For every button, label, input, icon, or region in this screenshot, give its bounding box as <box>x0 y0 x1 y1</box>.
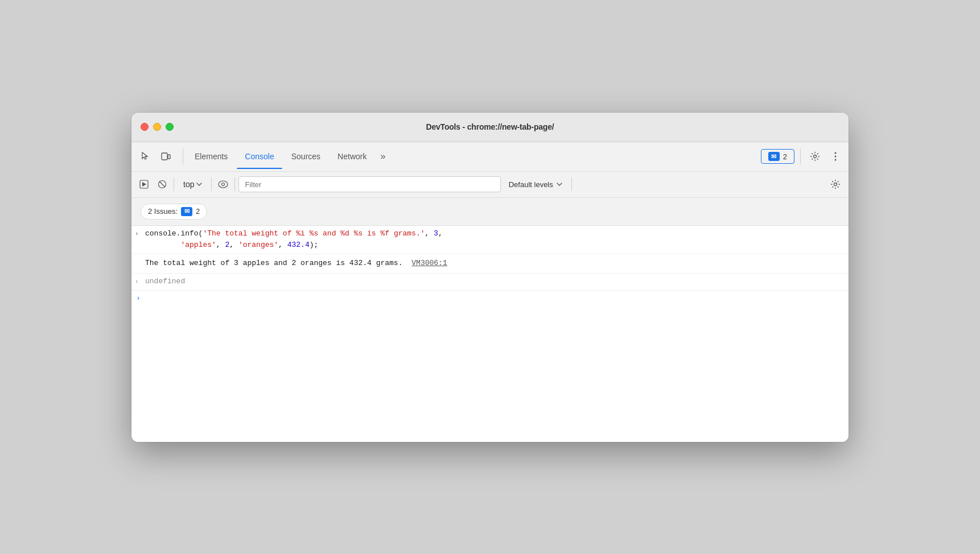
console-prompt: › <box>136 294 141 303</box>
code-comma-1: , <box>425 229 434 238</box>
issues-chip-count: 2 <box>196 207 200 216</box>
code-num-3: 3 <box>434 229 438 238</box>
title-bar: DevTools - chrome://new-tab-page/ <box>131 113 849 142</box>
entry-1-content: console.info('The total weight of %i %s … <box>143 228 844 252</box>
console-toolbar-divider-3 <box>234 177 235 191</box>
issues-count-label: 2 <box>783 152 787 161</box>
console-input[interactable] <box>144 294 844 303</box>
vm-link[interactable]: VM3006:1 <box>411 259 447 267</box>
run-script-button[interactable] <box>136 176 152 192</box>
issues-icon: ✉ <box>181 207 192 216</box>
console-settings-button[interactable] <box>827 176 844 193</box>
tab-network[interactable]: Network <box>330 148 374 164</box>
code-comma-3: , <box>216 241 225 249</box>
issues-button[interactable]: ✉ 2 <box>761 149 794 164</box>
settings-button[interactable] <box>806 148 823 165</box>
code-console-info: console.info( <box>145 229 203 238</box>
svg-point-3 <box>835 152 837 154</box>
entry-3-undefined: undefined <box>145 277 185 286</box>
gear-icon <box>810 151 820 162</box>
entry-3-content: undefined <box>143 276 844 288</box>
tab-elements[interactable]: Elements <box>187 148 236 164</box>
code-num-432: 432.4 <box>287 241 310 249</box>
svg-line-9 <box>159 181 165 187</box>
entry-3-arrow: ‹ <box>131 276 143 287</box>
maximize-button[interactable] <box>166 123 174 131</box>
tab-tools <box>136 147 175 166</box>
entry-1-line-2: 'apples', 2, 'oranges', 432.4); <box>145 239 844 251</box>
context-label: top <box>183 180 194 189</box>
more-options-button[interactable] <box>827 148 844 165</box>
window-title: DevTools - chrome://new-tab-page/ <box>426 122 554 131</box>
traffic-lights <box>141 123 174 131</box>
code-indent <box>145 241 180 249</box>
code-close: ); <box>310 241 319 249</box>
svg-rect-1 <box>168 155 170 159</box>
inspect-element-button[interactable] <box>136 147 154 166</box>
tab-bar: Elements Console Sources Network » ✉ 2 <box>131 142 849 172</box>
issues-text: 2 Issues: <box>148 207 178 216</box>
cursor-icon <box>140 151 150 162</box>
default-levels-button[interactable]: Default levels <box>503 178 568 191</box>
tab-divider-1 <box>183 148 183 164</box>
entry-2-output: The total weight of 3 apples and 2 orang… <box>145 257 844 271</box>
devtools-window: DevTools - chrome://new-tab-page/ Elemen… <box>131 113 849 442</box>
minimize-button[interactable] <box>153 123 161 131</box>
eye-icon <box>218 180 228 188</box>
play-icon <box>139 180 149 189</box>
console-output: › console.info('The total weight of %i %… <box>131 226 849 442</box>
entry-2-arrow <box>131 257 143 258</box>
console-entry-2: The total weight of 3 apples and 2 orang… <box>131 254 849 274</box>
console-toolbar-divider-1 <box>174 177 174 191</box>
console-toolbar: top Default levels <box>131 172 849 198</box>
tab-right-actions: ✉ 2 <box>761 148 844 165</box>
issues-chat-icon: ✉ <box>768 152 780 161</box>
svg-rect-0 <box>162 153 167 160</box>
console-entry-3: ‹ undefined <box>131 274 849 291</box>
entry-1-arrow[interactable]: › <box>131 228 143 239</box>
code-comma-4: , <box>229 241 238 249</box>
tab-sources[interactable]: Sources <box>283 148 328 164</box>
device-toolbar-button[interactable] <box>157 147 175 166</box>
svg-point-2 <box>814 155 817 158</box>
entry-2-content: The total weight of 3 apples and 2 orang… <box>143 257 844 271</box>
issues-bar: 2 Issues: ✉ 2 <box>131 198 849 226</box>
svg-point-4 <box>835 156 837 158</box>
live-expressions-button[interactable] <box>215 176 231 192</box>
svg-point-10 <box>219 181 228 188</box>
chevron-down-icon <box>196 183 202 186</box>
console-gear-icon <box>830 179 841 189</box>
console-toolbar-divider-4 <box>571 177 572 191</box>
code-format-string: 'The total weight of %i %s and %d %s is … <box>203 229 425 238</box>
levels-chevron-icon <box>557 183 562 186</box>
console-entry-1: › console.info('The total weight of %i %… <box>131 226 849 255</box>
console-toolbar-divider-2 <box>211 177 212 191</box>
default-levels-label: Default levels <box>509 180 553 189</box>
entry-2-text: The total weight of 3 apples and 2 orang… <box>145 259 402 267</box>
filter-input[interactable] <box>238 176 500 192</box>
tab-divider-2 <box>800 148 801 164</box>
context-selector[interactable]: top <box>178 177 208 191</box>
issues-chip[interactable]: 2 Issues: ✉ 2 <box>141 204 207 220</box>
close-button[interactable] <box>141 123 149 131</box>
entry-1-line-1: console.info('The total weight of %i %s … <box>145 228 844 240</box>
clear-icon <box>158 180 167 189</box>
code-comma-5: , <box>278 241 287 249</box>
code-oranges: 'oranges' <box>238 241 278 249</box>
svg-marker-7 <box>142 182 146 187</box>
code-apples: 'apples' <box>180 241 216 249</box>
tab-console[interactable]: Console <box>237 148 282 164</box>
console-input-row: › <box>131 291 849 306</box>
svg-point-11 <box>222 183 225 186</box>
svg-point-5 <box>835 159 837 161</box>
more-tabs-button[interactable]: » <box>376 149 390 164</box>
device-icon <box>160 151 171 162</box>
svg-point-12 <box>834 183 837 186</box>
clear-console-button[interactable] <box>154 176 170 192</box>
more-vertical-icon <box>834 151 837 162</box>
code-comma-2: , <box>438 229 443 238</box>
